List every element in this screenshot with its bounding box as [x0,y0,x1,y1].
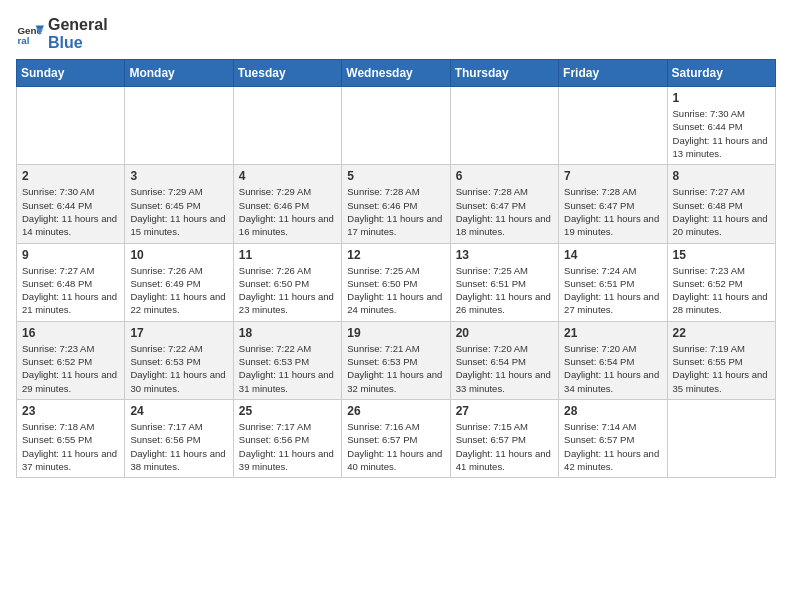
week-row-5: 23Sunrise: 7:18 AM Sunset: 6:55 PM Dayli… [17,399,776,477]
day-cell [17,87,125,165]
logo-icon: Gene ral [16,20,44,48]
day-cell: 25Sunrise: 7:17 AM Sunset: 6:56 PM Dayli… [233,399,341,477]
day-cell: 1Sunrise: 7:30 AM Sunset: 6:44 PM Daylig… [667,87,775,165]
day-number: 14 [564,248,661,262]
day-number: 6 [456,169,553,183]
day-number: 7 [564,169,661,183]
logo-blue: Blue [48,34,108,52]
day-number: 13 [456,248,553,262]
day-number: 22 [673,326,770,340]
day-number: 11 [239,248,336,262]
day-cell: 14Sunrise: 7:24 AM Sunset: 6:51 PM Dayli… [559,243,667,321]
weekday-header-friday: Friday [559,60,667,87]
day-info: Sunrise: 7:29 AM Sunset: 6:45 PM Dayligh… [130,185,227,238]
day-info: Sunrise: 7:15 AM Sunset: 6:57 PM Dayligh… [456,420,553,473]
day-info: Sunrise: 7:24 AM Sunset: 6:51 PM Dayligh… [564,264,661,317]
day-cell [667,399,775,477]
day-cell: 3Sunrise: 7:29 AM Sunset: 6:45 PM Daylig… [125,165,233,243]
day-info: Sunrise: 7:27 AM Sunset: 6:48 PM Dayligh… [22,264,119,317]
day-cell: 18Sunrise: 7:22 AM Sunset: 6:53 PM Dayli… [233,321,341,399]
day-number: 16 [22,326,119,340]
day-cell: 12Sunrise: 7:25 AM Sunset: 6:50 PM Dayli… [342,243,450,321]
weekday-header-tuesday: Tuesday [233,60,341,87]
day-number: 5 [347,169,444,183]
day-info: Sunrise: 7:17 AM Sunset: 6:56 PM Dayligh… [130,420,227,473]
day-info: Sunrise: 7:26 AM Sunset: 6:50 PM Dayligh… [239,264,336,317]
weekday-header-saturday: Saturday [667,60,775,87]
day-cell: 22Sunrise: 7:19 AM Sunset: 6:55 PM Dayli… [667,321,775,399]
day-number: 20 [456,326,553,340]
logo: Gene ral General Blue [16,16,108,51]
week-row-4: 16Sunrise: 7:23 AM Sunset: 6:52 PM Dayli… [17,321,776,399]
weekday-header-row: SundayMondayTuesdayWednesdayThursdayFrid… [17,60,776,87]
day-info: Sunrise: 7:25 AM Sunset: 6:50 PM Dayligh… [347,264,444,317]
week-row-3: 9Sunrise: 7:27 AM Sunset: 6:48 PM Daylig… [17,243,776,321]
day-cell: 5Sunrise: 7:28 AM Sunset: 6:46 PM Daylig… [342,165,450,243]
day-info: Sunrise: 7:18 AM Sunset: 6:55 PM Dayligh… [22,420,119,473]
day-cell [342,87,450,165]
week-row-2: 2Sunrise: 7:30 AM Sunset: 6:44 PM Daylig… [17,165,776,243]
day-cell: 28Sunrise: 7:14 AM Sunset: 6:57 PM Dayli… [559,399,667,477]
day-info: Sunrise: 7:30 AM Sunset: 6:44 PM Dayligh… [673,107,770,160]
day-cell: 9Sunrise: 7:27 AM Sunset: 6:48 PM Daylig… [17,243,125,321]
day-info: Sunrise: 7:25 AM Sunset: 6:51 PM Dayligh… [456,264,553,317]
day-number: 8 [673,169,770,183]
day-number: 26 [347,404,444,418]
day-cell: 2Sunrise: 7:30 AM Sunset: 6:44 PM Daylig… [17,165,125,243]
svg-text:ral: ral [17,34,29,45]
day-info: Sunrise: 7:27 AM Sunset: 6:48 PM Dayligh… [673,185,770,238]
day-info: Sunrise: 7:28 AM Sunset: 6:47 PM Dayligh… [456,185,553,238]
day-cell: 16Sunrise: 7:23 AM Sunset: 6:52 PM Dayli… [17,321,125,399]
day-cell: 8Sunrise: 7:27 AM Sunset: 6:48 PM Daylig… [667,165,775,243]
day-cell: 4Sunrise: 7:29 AM Sunset: 6:46 PM Daylig… [233,165,341,243]
day-info: Sunrise: 7:29 AM Sunset: 6:46 PM Dayligh… [239,185,336,238]
day-cell: 13Sunrise: 7:25 AM Sunset: 6:51 PM Dayli… [450,243,558,321]
day-number: 25 [239,404,336,418]
day-number: 15 [673,248,770,262]
day-info: Sunrise: 7:17 AM Sunset: 6:56 PM Dayligh… [239,420,336,473]
weekday-header-sunday: Sunday [17,60,125,87]
day-cell: 7Sunrise: 7:28 AM Sunset: 6:47 PM Daylig… [559,165,667,243]
day-info: Sunrise: 7:23 AM Sunset: 6:52 PM Dayligh… [22,342,119,395]
day-info: Sunrise: 7:28 AM Sunset: 6:46 PM Dayligh… [347,185,444,238]
day-number: 23 [22,404,119,418]
day-number: 12 [347,248,444,262]
day-cell: 26Sunrise: 7:16 AM Sunset: 6:57 PM Dayli… [342,399,450,477]
day-cell: 15Sunrise: 7:23 AM Sunset: 6:52 PM Dayli… [667,243,775,321]
day-number: 18 [239,326,336,340]
week-row-1: 1Sunrise: 7:30 AM Sunset: 6:44 PM Daylig… [17,87,776,165]
day-cell [233,87,341,165]
day-cell [450,87,558,165]
day-cell [559,87,667,165]
day-info: Sunrise: 7:23 AM Sunset: 6:52 PM Dayligh… [673,264,770,317]
day-number: 2 [22,169,119,183]
day-cell: 6Sunrise: 7:28 AM Sunset: 6:47 PM Daylig… [450,165,558,243]
weekday-header-thursday: Thursday [450,60,558,87]
day-info: Sunrise: 7:21 AM Sunset: 6:53 PM Dayligh… [347,342,444,395]
weekday-header-wednesday: Wednesday [342,60,450,87]
day-info: Sunrise: 7:28 AM Sunset: 6:47 PM Dayligh… [564,185,661,238]
day-cell: 24Sunrise: 7:17 AM Sunset: 6:56 PM Dayli… [125,399,233,477]
day-number: 3 [130,169,227,183]
day-info: Sunrise: 7:14 AM Sunset: 6:57 PM Dayligh… [564,420,661,473]
calendar: SundayMondayTuesdayWednesdayThursdayFrid… [16,59,776,478]
day-number: 19 [347,326,444,340]
day-number: 28 [564,404,661,418]
day-number: 10 [130,248,227,262]
day-number: 21 [564,326,661,340]
day-cell: 10Sunrise: 7:26 AM Sunset: 6:49 PM Dayli… [125,243,233,321]
day-cell: 27Sunrise: 7:15 AM Sunset: 6:57 PM Dayli… [450,399,558,477]
weekday-header-monday: Monday [125,60,233,87]
day-info: Sunrise: 7:22 AM Sunset: 6:53 PM Dayligh… [130,342,227,395]
logo-general: General [48,16,108,34]
day-info: Sunrise: 7:26 AM Sunset: 6:49 PM Dayligh… [130,264,227,317]
day-number: 9 [22,248,119,262]
day-cell: 11Sunrise: 7:26 AM Sunset: 6:50 PM Dayli… [233,243,341,321]
day-cell: 20Sunrise: 7:20 AM Sunset: 6:54 PM Dayli… [450,321,558,399]
day-number: 4 [239,169,336,183]
day-cell: 19Sunrise: 7:21 AM Sunset: 6:53 PM Dayli… [342,321,450,399]
day-number: 27 [456,404,553,418]
day-info: Sunrise: 7:22 AM Sunset: 6:53 PM Dayligh… [239,342,336,395]
day-cell [125,87,233,165]
day-number: 1 [673,91,770,105]
